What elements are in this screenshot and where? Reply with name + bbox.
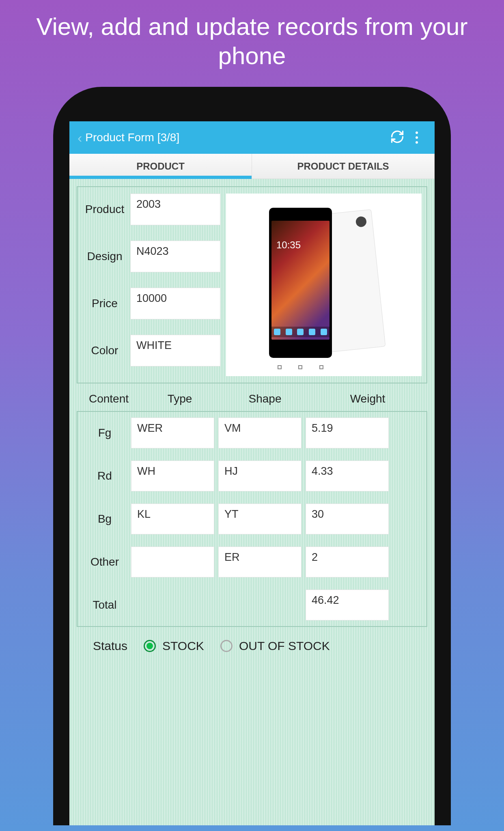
content-grid: Fg WER VM 5.19 Rd WH HJ 4.33 Bg KL YT 30	[77, 411, 427, 627]
radio-label: OUT OF STOCK	[239, 639, 330, 653]
back-icon[interactable]: ‹	[78, 130, 82, 146]
tab-label: PRODUCT DETAILS	[297, 161, 389, 172]
tab-product[interactable]: PRODUCT	[69, 154, 252, 179]
action-bar: ‹ Product Form [3/8]	[69, 121, 435, 154]
radio-stock[interactable]: STOCK	[144, 639, 204, 653]
radio-out-of-stock[interactable]: OUT OF STOCK	[220, 639, 330, 653]
table-row: Fg WER VM 5.19	[82, 418, 422, 448]
product-panel: Product 2003 Design N4023 Price 10000 Co…	[77, 186, 427, 383]
spacer	[131, 590, 214, 620]
spacer	[218, 590, 302, 620]
device-frame: ‹ Product Form [3/8] PRODUCT PRODUCT DET…	[53, 87, 451, 825]
cell-weight[interactable]: 4.33	[306, 461, 389, 491]
cell-shape[interactable]: ER	[218, 547, 302, 577]
cell-type[interactable]: KL	[131, 504, 214, 534]
row-label-other: Other	[82, 555, 127, 568]
marketing-headline: View, add and update records from your p…	[0, 0, 504, 87]
label-price: Price	[82, 297, 127, 310]
form-area: Product 2003 Design N4023 Price 10000 Co…	[69, 179, 435, 825]
field-price: Price 10000	[82, 288, 220, 319]
table-row-total: Total 46.42	[82, 590, 422, 620]
header-type: Type	[139, 392, 220, 405]
input-color[interactable]: WHITE	[130, 335, 220, 366]
label-product: Product	[82, 203, 127, 216]
table-row: Bg KL YT 30	[82, 504, 422, 534]
table-row: Rd WH HJ 4.33	[82, 461, 422, 491]
label-design: Design	[82, 250, 127, 263]
more-icon[interactable]	[407, 131, 426, 144]
status-row: Status STOCK OUT OF STOCK	[77, 627, 427, 657]
row-label-rd: Rd	[82, 469, 127, 482]
row-label-bg: Bg	[82, 512, 127, 525]
screen: ‹ Product Form [3/8] PRODUCT PRODUCT DET…	[69, 121, 435, 825]
field-color: Color WHITE	[82, 335, 220, 366]
product-image[interactable]: 10:35	[226, 194, 422, 376]
refresh-icon[interactable]	[388, 129, 407, 146]
input-design[interactable]: N4023	[130, 241, 220, 272]
radio-icon	[144, 640, 156, 652]
tab-bar: PRODUCT PRODUCT DETAILS	[69, 154, 435, 179]
image-clock: 10:35	[276, 239, 301, 251]
field-design: Design N4023	[82, 241, 220, 272]
field-product: Product 2003	[82, 194, 220, 225]
phone-front-illustration: 10:35	[269, 208, 332, 358]
cell-weight[interactable]: 5.19	[306, 418, 389, 448]
tab-label: PRODUCT	[136, 161, 185, 172]
table-row: Other ER 2	[82, 547, 422, 577]
header-shape: Shape	[220, 392, 310, 405]
cell-shape[interactable]: VM	[218, 418, 302, 448]
input-product[interactable]: 2003	[130, 194, 220, 225]
input-price[interactable]: 10000	[130, 288, 220, 319]
cell-weight[interactable]: 2	[306, 547, 389, 577]
radio-label: STOCK	[162, 639, 204, 653]
cell-shape[interactable]: HJ	[218, 461, 302, 491]
cell-weight[interactable]: 30	[306, 504, 389, 534]
cell-total[interactable]: 46.42	[306, 590, 389, 620]
column-headers: Content Type Shape Weight	[77, 389, 427, 411]
label-status: Status	[93, 639, 127, 653]
cell-shape[interactable]: YT	[218, 504, 302, 534]
label-color: Color	[82, 344, 127, 357]
radio-icon	[220, 640, 233, 652]
cell-type[interactable]: WH	[131, 461, 214, 491]
header-weight: Weight	[310, 392, 426, 405]
page-title: Product Form [3/8]	[85, 131, 388, 144]
tab-product-details[interactable]: PRODUCT DETAILS	[252, 154, 435, 179]
row-label-total: Total	[82, 598, 127, 611]
row-label-fg: Fg	[82, 426, 127, 439]
header-content: Content	[78, 392, 139, 405]
cell-type[interactable]: WER	[131, 418, 214, 448]
cell-type[interactable]	[131, 547, 214, 577]
